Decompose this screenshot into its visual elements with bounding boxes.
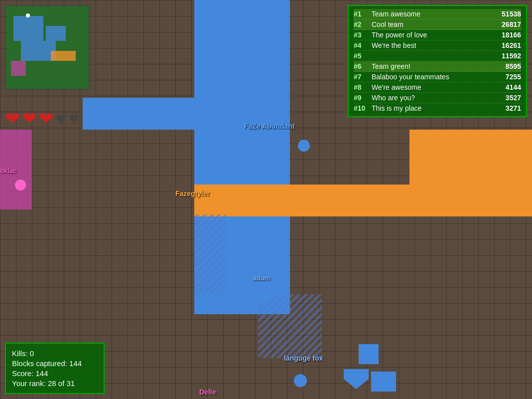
blue-shape-3	[371, 372, 396, 392]
player-fazegtyler-label: Fazegtyler	[175, 190, 210, 198]
score-name: The power of love	[369, 31, 491, 39]
score-rank: #9	[354, 94, 369, 102]
minimap	[5, 5, 90, 90]
score-name: We're the best	[369, 41, 491, 49]
score-row: #9Who are you?3527	[354, 93, 521, 103]
rank-stat: Your rank: 28 of 31	[12, 379, 98, 388]
blue-shape-1	[359, 344, 379, 364]
scoreboard: #1Team awesome51538#2Cool team26817#3The…	[348, 5, 527, 117]
score-name: This is my place	[369, 104, 491, 112]
score-rank: #10	[354, 104, 369, 112]
player-faze-abundant-dot	[298, 140, 310, 152]
score-rank: #2	[354, 20, 369, 28]
heart-3: ❤	[39, 110, 54, 128]
player-faze-abundant-label: FaZe Abundant	[244, 122, 294, 130]
score-stat: Score: 144	[12, 369, 98, 378]
score-value: 8595	[491, 62, 521, 70]
score-name: Who are you?	[369, 94, 491, 102]
stats-box: Kills: 0 Blocks captured: 144 Score: 144…	[5, 343, 105, 394]
player-adam-dot	[258, 289, 270, 301]
score-rank: #8	[354, 83, 369, 91]
score-value: 51538	[491, 10, 521, 18]
hearts-container: ❤ ❤ ❤ ♥ ♥	[5, 110, 79, 128]
heart-1: ❤	[5, 110, 20, 128]
player-languge-fox-dot	[294, 374, 307, 387]
blue-trail-2	[258, 294, 322, 358]
heart-2: ❤	[22, 110, 37, 128]
score-value: 16261	[491, 41, 521, 49]
score-rank: #7	[354, 73, 369, 81]
score-rank: #3	[354, 31, 369, 39]
score-row: #1Team awesome51538	[354, 9, 521, 19]
score-value: 3527	[491, 94, 521, 102]
heart-empty-1: ♥	[56, 110, 66, 128]
score-row: #2Cool team26817	[354, 19, 521, 30]
player-delle-label: Delle	[199, 388, 216, 396]
score-row: #511592	[354, 51, 521, 61]
score-row: #6Team green!8595	[354, 61, 521, 72]
score-value: 3271	[491, 104, 521, 112]
blocks-stat: Blocks captured: 144	[12, 359, 98, 368]
score-row: #8We're awesome4144	[354, 82, 521, 93]
score-row: #4We're the best16261	[354, 40, 521, 51]
score-rank: #1	[354, 10, 369, 18]
score-row: #7Balaboo your teammates7255	[354, 72, 521, 82]
score-name: Balaboo your teammates	[369, 73, 491, 81]
score-rank: #4	[354, 41, 369, 49]
score-value: 18166	[491, 31, 521, 39]
score-rows-container: #1Team awesome51538#2Cool team26817#3The…	[354, 9, 521, 113]
player-oklac-dot	[15, 180, 26, 191]
score-row: #3The power of love18166	[354, 30, 521, 40]
orange-territory-1	[194, 185, 532, 216]
blue-territory-main	[194, 0, 290, 115]
score-value: 26817	[491, 20, 521, 28]
player-oklac-label: oklac	[0, 167, 16, 175]
player-fazegtyler-dot	[226, 196, 239, 209]
player-languge-fox-label: languge fox	[284, 354, 323, 362]
heart-empty-2: ♥	[68, 110, 79, 128]
score-name: Cool team	[369, 20, 491, 28]
player-adam-label: adam	[253, 274, 270, 282]
score-value: 7255	[491, 73, 521, 81]
score-value: 11592	[491, 52, 521, 60]
score-rank: #6	[354, 62, 369, 70]
score-name: We're awesome	[369, 83, 491, 91]
score-value: 4144	[491, 83, 521, 91]
kills-stat: Kills: 0	[12, 349, 98, 358]
score-name: Team green!	[369, 62, 491, 70]
score-row: #10This is my place3271	[354, 103, 521, 113]
score-rank: #5	[354, 52, 369, 60]
orange-territory-2	[409, 130, 532, 185]
minimap-inner	[6, 6, 89, 89]
blue-territory-6	[83, 98, 194, 130]
score-name: Team awesome	[369, 10, 491, 18]
blue-trail-1	[194, 214, 226, 294]
